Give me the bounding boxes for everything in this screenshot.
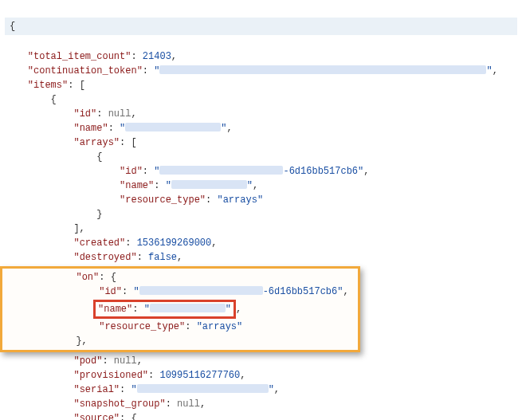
- highlight-on-name: "name": "": [93, 300, 236, 319]
- val-arr-id-suffix: -6d16bb517cb6: [283, 166, 358, 177]
- key-arrays: arrays: [80, 137, 114, 148]
- val-total-item-count: 21403: [143, 51, 171, 62]
- key-arr-id: id: [125, 166, 136, 177]
- val-on-id-suffix: -6d16bb517cb6: [263, 286, 338, 297]
- key-source: source: [80, 413, 114, 420]
- val-created: 1536199269000: [137, 237, 212, 249]
- redacted-on-id: [139, 286, 263, 295]
- key-on-rtype: resource_type: [104, 321, 179, 332]
- key-created: created: [80, 237, 120, 249]
- key-serial: serial: [80, 384, 114, 395]
- key-items: items: [33, 80, 62, 91]
- key-total-item-count: total_item_count: [33, 51, 125, 62]
- val-arr-rtype: arrays: [223, 194, 257, 206]
- json-code-block: { "total_item_count": 21403, "continuati…: [0, 0, 522, 420]
- key-arr-name: name: [125, 180, 148, 191]
- redacted-arr-name: [171, 180, 247, 189]
- val-pod: null: [114, 355, 137, 367]
- val-provisioned: 10995116277760: [159, 370, 240, 381]
- redacted-serial: [137, 384, 269, 393]
- key-continuation-token: continuation_token: [33, 65, 137, 77]
- opening-brace-line: {: [5, 18, 517, 35]
- val-destroyed: false: [148, 252, 177, 263]
- key-on-name: name: [104, 304, 127, 315]
- redacted-item-name: [125, 123, 221, 131]
- key-snapshot-group: snapshot_group: [80, 398, 160, 410]
- key-item-name: name: [80, 123, 103, 134]
- key-pod: pod: [80, 355, 97, 367]
- key-on-id: id: [104, 286, 116, 297]
- key-provisioned: provisioned: [80, 370, 143, 381]
- val-on-rtype: arrays: [202, 321, 237, 332]
- key-arr-rtype: resource_type: [125, 194, 200, 206]
- val-snapshot-group: null: [177, 398, 200, 410]
- key-destroyed: destroyed: [80, 252, 131, 263]
- redacted-on-name: [150, 304, 226, 312]
- redacted-continuation-token: [159, 65, 486, 74]
- key-item-id: id: [80, 108, 91, 120]
- key-on: on: [82, 272, 93, 283]
- redacted-arr-id: [159, 166, 283, 175]
- val-item-id: null: [108, 108, 131, 120]
- highlight-on-block: "on": { "id": "-6d16bb517cb6", "name": "…: [0, 266, 360, 352]
